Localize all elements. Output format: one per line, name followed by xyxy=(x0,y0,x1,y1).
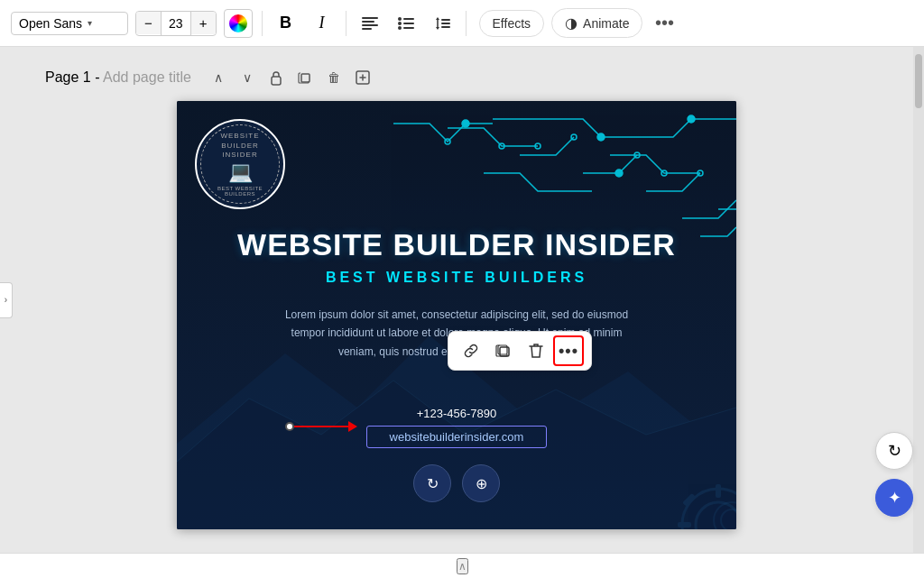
sparkle-float-button[interactable]: ✦ xyxy=(875,479,913,517)
canvas-main-title: WEBSITE BUILDER INSIDER xyxy=(237,227,676,262)
arrow-dot xyxy=(285,422,294,431)
divider-2 xyxy=(346,11,346,36)
right-scrollbar[interactable] xyxy=(913,47,924,553)
canvas-sub-title: BEST WEBSITE BUILDERS xyxy=(326,270,587,286)
page-header: Page 1 - Add page title ∧ ∨ 🗑 xyxy=(45,65,375,90)
arrow-indicator xyxy=(285,421,357,432)
font-size-control: − 23 + xyxy=(135,11,217,36)
svg-rect-11 xyxy=(441,19,450,21)
page-up-button[interactable]: ∧ xyxy=(206,65,231,90)
bottom-icons: ↻ ⊕ xyxy=(413,464,500,502)
refresh-float-button[interactable]: ↻ xyxy=(875,432,913,470)
effects-label: Effects xyxy=(493,16,531,31)
font-size-value: 23 xyxy=(161,12,191,35)
svg-point-8 xyxy=(398,26,402,30)
svg-point-6 xyxy=(398,22,402,25)
lock-button[interactable] xyxy=(263,65,289,90)
refresh-icon-button[interactable]: ↻ xyxy=(413,464,451,502)
svg-point-4 xyxy=(398,17,402,21)
bottom-bar: ∧ xyxy=(0,553,924,578)
popup-toolbar: ••• xyxy=(448,331,592,371)
delete-page-button[interactable]: 🗑 xyxy=(321,65,346,90)
animate-icon: ◑ xyxy=(565,14,578,32)
popup-link-button[interactable] xyxy=(456,335,486,366)
color-circle-icon xyxy=(229,14,247,32)
font-name-label: Open Sans xyxy=(19,16,82,31)
decrease-font-size-button[interactable]: − xyxy=(136,12,161,34)
svg-rect-9 xyxy=(403,27,414,29)
divider-1 xyxy=(262,11,263,36)
url-box[interactable]: websitebuilderinsider.com xyxy=(366,426,547,448)
animate-label: Animate xyxy=(583,16,629,31)
divider-3 xyxy=(466,11,467,36)
svg-rect-0 xyxy=(362,17,378,19)
arrow-line xyxy=(294,426,348,427)
chevron-right-icon: › xyxy=(5,295,7,305)
animate-button[interactable]: ◑ Animate xyxy=(551,8,642,38)
svg-rect-12 xyxy=(441,23,450,24)
svg-rect-14 xyxy=(272,77,281,85)
svg-rect-33 xyxy=(716,484,721,498)
left-panel-toggle[interactable]: › xyxy=(0,282,13,318)
list-button[interactable] xyxy=(392,9,420,38)
right-float-buttons: ↻ ✦ xyxy=(875,432,913,517)
page-title-text: Page 1 - Add page title xyxy=(45,69,191,86)
svg-rect-13 xyxy=(441,26,450,28)
main-toolbar: Open Sans ▾ − 23 + B I xyxy=(0,0,924,47)
scrollbar-thumb[interactable] xyxy=(915,54,922,108)
increase-font-size-button[interactable]: + xyxy=(191,12,216,34)
more-options-button[interactable]: ••• xyxy=(650,9,679,38)
duplicate-page-button[interactable] xyxy=(292,65,318,90)
font-selector[interactable]: Open Sans ▾ xyxy=(11,12,128,35)
sparkle-icon: ✦ xyxy=(888,488,901,508)
align-left-button[interactable] xyxy=(356,9,384,38)
svg-rect-5 xyxy=(403,18,414,20)
effects-button[interactable]: Effects xyxy=(479,10,545,37)
refresh-icon: ↻ xyxy=(888,441,901,461)
main-area: › Page 1 - Add page title ∧ ∨ xyxy=(0,47,924,553)
svg-rect-1 xyxy=(362,21,374,23)
svg-rect-35 xyxy=(678,522,691,528)
svg-rect-3 xyxy=(362,28,372,30)
canvas-content: WEBSITE BUILDER INSIDER BEST WEBSITE BUI… xyxy=(177,101,736,361)
popup-more-button[interactable]: ••• xyxy=(553,335,584,366)
add-page-button[interactable] xyxy=(350,65,375,90)
popup-duplicate-button[interactable] xyxy=(488,335,519,366)
popup-delete-button[interactable] xyxy=(521,335,551,366)
svg-rect-7 xyxy=(403,23,414,24)
italic-button[interactable]: I xyxy=(308,9,337,38)
line-height-button[interactable] xyxy=(428,9,457,38)
canvas-area: Page 1 - Add page title ∧ ∨ 🗑 xyxy=(0,47,913,553)
contact-section: +123-456-7890 websitebuilderinsider.com xyxy=(177,407,736,448)
bold-button[interactable]: B xyxy=(272,9,300,38)
svg-rect-2 xyxy=(362,24,378,26)
svg-rect-15 xyxy=(301,74,310,82)
color-picker-button[interactable] xyxy=(224,9,253,38)
phone-text: +123-456-7890 xyxy=(417,407,497,420)
chevron-down-icon: ▾ xyxy=(88,18,92,28)
page-header-actions: ∧ ∨ 🗑 xyxy=(206,65,375,90)
move-icon-button[interactable]: ⊕ xyxy=(462,464,500,502)
page-down-button[interactable]: ∨ xyxy=(235,65,260,90)
arrow-head-icon xyxy=(348,421,357,432)
design-canvas[interactable]: WEBSITEBUILDERINSIDER 💻 BEST WEBSITEBUIL… xyxy=(177,101,736,529)
popup-more-icon: ••• xyxy=(559,342,578,361)
bottom-arrow-up-button[interactable]: ∧ xyxy=(457,558,468,574)
